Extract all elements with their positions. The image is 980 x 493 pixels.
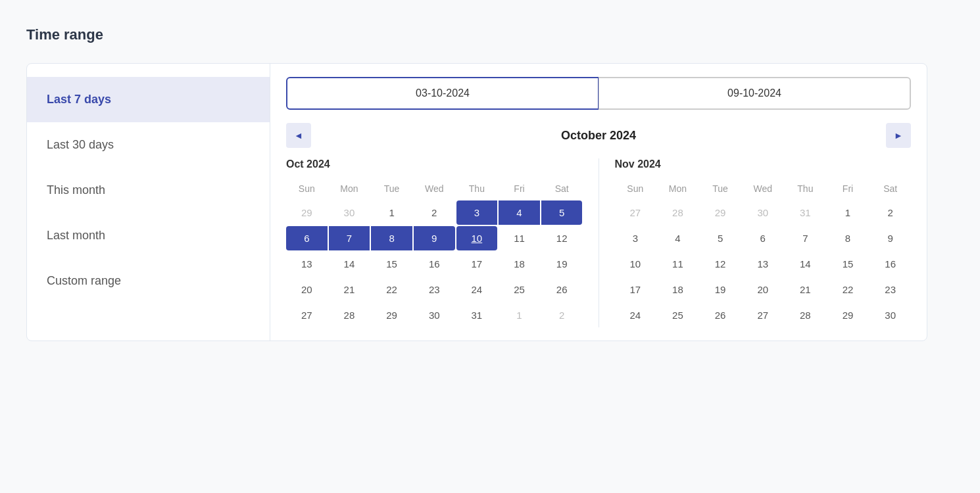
calendar-day[interactable]: 30 <box>414 303 455 327</box>
calendar-day[interactable]: 2 <box>870 200 911 225</box>
calendar-day[interactable]: 17 <box>456 252 498 276</box>
calendar-day[interactable]: 28 <box>785 303 826 327</box>
calendar-day[interactable]: 15 <box>371 252 412 276</box>
calendar-day[interactable]: 26 <box>700 303 741 327</box>
calendar-day[interactable]: 18 <box>657 277 698 302</box>
next-month-button[interactable]: ► <box>886 123 911 148</box>
calendar-day[interactable]: 8 <box>827 226 869 250</box>
calendar-day[interactable]: 7 <box>329 226 370 250</box>
calendar-day[interactable]: 12 <box>541 226 583 250</box>
date-inputs: 03-10-2024 09-10-2024 <box>286 77 911 110</box>
calendar-day[interactable]: 2 <box>541 303 583 327</box>
calendar-day[interactable]: 13 <box>286 252 328 276</box>
left-cal-header-wed: Wed <box>414 178 455 199</box>
sidebar-item-last30[interactable]: Last 30 days <box>27 122 270 168</box>
calendar-day[interactable]: 16 <box>870 252 911 276</box>
calendar-day[interactable]: 6 <box>742 226 783 250</box>
dual-calendar: Oct 2024SunMonTueWedThuFriSat29301234567… <box>286 158 911 327</box>
calendar-day[interactable]: 27 <box>286 303 328 327</box>
calendar-day[interactable]: 11 <box>499 226 540 250</box>
calendar-day[interactable]: 11 <box>657 252 698 276</box>
calendar-day[interactable]: 23 <box>414 277 455 302</box>
calendar-nav-header: ◄ October 2024 ► <box>286 123 911 148</box>
calendar-day[interactable]: 4 <box>657 226 698 250</box>
calendar-day[interactable]: 7 <box>785 226 826 250</box>
calendar-day[interactable]: 30 <box>742 200 783 225</box>
calendar-day[interactable]: 31 <box>785 200 826 225</box>
calendar-day[interactable]: 23 <box>870 277 911 302</box>
right-cal-header-fri: Fri <box>827 178 869 199</box>
sidebar-item-last7[interactable]: Last 7 days <box>27 77 270 122</box>
calendar-day[interactable]: 20 <box>742 277 783 302</box>
left-cal-header-thu: Thu <box>456 178 498 199</box>
calendar-day[interactable]: 27 <box>742 303 783 327</box>
month-year-title: October 2024 <box>561 129 636 143</box>
calendar-area: 03-10-2024 09-10-2024 ◄ October 2024 ► O… <box>270 64 927 340</box>
calendar-day[interactable]: 14 <box>785 252 826 276</box>
left-cal-header-sat: Sat <box>541 178 583 199</box>
calendar-day[interactable]: 19 <box>541 252 583 276</box>
calendar-day[interactable]: 16 <box>414 252 455 276</box>
sidebar: Last 7 daysLast 30 daysThis monthLast mo… <box>27 64 270 340</box>
left-cal-header-tue: Tue <box>371 178 412 199</box>
calendar-day[interactable]: 4 <box>499 200 540 225</box>
calendar-day[interactable]: 10 <box>456 226 498 250</box>
calendar-day[interactable]: 9 <box>414 226 455 250</box>
calendar-day[interactable]: 21 <box>329 277 370 302</box>
calendar-day[interactable]: 28 <box>657 200 698 225</box>
prev-month-button[interactable]: ◄ <box>286 123 311 148</box>
calendar-day[interactable]: 29 <box>371 303 412 327</box>
calendar-day[interactable]: 5 <box>541 200 583 225</box>
calendar-day[interactable]: 12 <box>700 252 741 276</box>
calendar-day[interactable]: 29 <box>827 303 869 327</box>
left-cal-title: Oct 2024 <box>286 158 583 170</box>
sidebar-item-thismonth[interactable]: This month <box>27 168 270 213</box>
calendar-day[interactable]: 20 <box>286 277 328 302</box>
sidebar-item-lastmonth[interactable]: Last month <box>27 213 270 258</box>
calendar-day[interactable]: 24 <box>615 303 656 327</box>
calendar-day[interactable]: 2 <box>414 200 455 225</box>
calendar-day[interactable]: 15 <box>827 252 869 276</box>
right-cal-grid: SunMonTueWedThuFriSat2728293031123456789… <box>615 178 912 327</box>
calendar-day[interactable]: 30 <box>870 303 911 327</box>
calendar-day[interactable]: 25 <box>499 277 540 302</box>
calendar-day[interactable]: 29 <box>286 200 328 225</box>
right-cal-header-tue: Tue <box>700 178 741 199</box>
calendar-day[interactable]: 9 <box>870 226 911 250</box>
calendar-day[interactable]: 30 <box>329 200 370 225</box>
calendar-day[interactable]: 19 <box>700 277 741 302</box>
left-calendar: Oct 2024SunMonTueWedThuFriSat29301234567… <box>286 158 599 327</box>
calendar-day[interactable]: 28 <box>329 303 370 327</box>
calendar-day[interactable]: 31 <box>456 303 498 327</box>
calendar-day[interactable]: 5 <box>700 226 741 250</box>
start-date-input[interactable]: 03-10-2024 <box>286 77 599 110</box>
right-cal-title: Nov 2024 <box>615 158 912 170</box>
calendar-day[interactable]: 18 <box>499 252 540 276</box>
calendar-day[interactable]: 24 <box>456 277 498 302</box>
calendar-day[interactable]: 1 <box>371 200 412 225</box>
right-calendar: Nov 2024SunMonTueWedThuFriSat27282930311… <box>599 158 912 327</box>
calendar-day[interactable]: 21 <box>785 277 826 302</box>
calendar-day[interactable]: 10 <box>615 252 656 276</box>
calendar-day[interactable]: 22 <box>371 277 412 302</box>
sidebar-item-custom[interactable]: Custom range <box>27 258 270 304</box>
right-cal-header-thu: Thu <box>785 178 826 199</box>
calendar-day[interactable]: 22 <box>827 277 869 302</box>
calendar-day[interactable]: 13 <box>742 252 783 276</box>
right-cal-header-mon: Mon <box>657 178 698 199</box>
calendar-day[interactable]: 27 <box>615 200 656 225</box>
calendar-day[interactable]: 26 <box>541 277 583 302</box>
calendar-day[interactable]: 3 <box>456 200 498 225</box>
end-date-input[interactable]: 09-10-2024 <box>599 77 911 110</box>
right-cal-header-wed: Wed <box>742 178 783 199</box>
calendar-day[interactable]: 29 <box>700 200 741 225</box>
calendar-day[interactable]: 3 <box>615 226 656 250</box>
calendar-day[interactable]: 1 <box>499 303 540 327</box>
calendar-day[interactable]: 25 <box>657 303 698 327</box>
calendar-day[interactable]: 17 <box>615 277 656 302</box>
calendar-day[interactable]: 14 <box>329 252 370 276</box>
calendar-day[interactable]: 8 <box>371 226 412 250</box>
calendar-day[interactable]: 6 <box>286 226 328 250</box>
left-cal-header-sun: Sun <box>286 178 328 199</box>
calendar-day[interactable]: 1 <box>827 200 869 225</box>
